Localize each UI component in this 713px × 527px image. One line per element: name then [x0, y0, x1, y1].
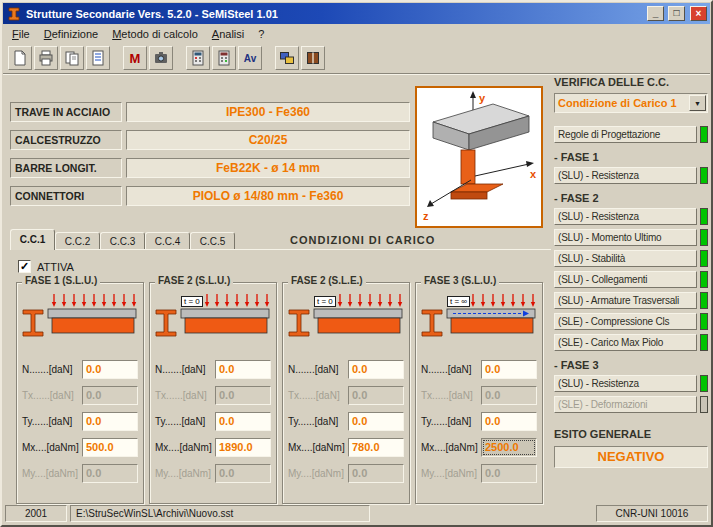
status-indicator — [700, 396, 708, 413]
field-label: Ty......[daN] — [155, 416, 205, 427]
attiva-checkbox[interactable]: ✓ — [18, 260, 31, 273]
my-input: 0.0 — [481, 464, 537, 483]
menu-metodo-di-calcolo[interactable]: Metodo di calcolo — [105, 26, 205, 42]
fase2-slu-title: FASE 2 (S.L.U.) — [155, 275, 233, 286]
verifica-item-row: (SLU) - Resistenza — [554, 375, 708, 392]
windows-icon[interactable] — [275, 46, 299, 70]
ty-input[interactable]: 0.0 — [348, 412, 404, 431]
field-label: Mx....[daNm] — [22, 442, 79, 453]
verifica-item-fase2-resistenza[interactable]: (SLU) - Resistenza — [554, 208, 697, 225]
field-label: My....[daNm] — [22, 468, 78, 479]
combo-value[interactable]: Condizione di Carico 1 — [555, 97, 689, 109]
tx-input: 0.0 — [215, 386, 271, 405]
copy-page-icon[interactable] — [60, 46, 84, 70]
verifica-title: VERIFICA DELLE C.C. — [554, 76, 708, 88]
mx-input[interactable]: 500.0 — [82, 438, 138, 457]
fase2-sle-load-diagram — [286, 293, 406, 351]
field-label: Tx......[daN] — [155, 390, 207, 401]
trave-value: IPE300 - Fe360 — [126, 102, 410, 122]
window-title: Strutture Secondarie Vers. 5.2.0 - SeMiS… — [26, 8, 643, 20]
ty-input[interactable]: 0.0 — [82, 412, 138, 431]
field-label: Ty......[daN] — [421, 416, 471, 427]
verifica-item-compressione-cls[interactable]: (SLE) - Compressione Cls — [554, 313, 697, 330]
tab-cc1[interactable]: C.C.1 — [10, 229, 55, 250]
calculator-check-icon[interactable] — [212, 46, 236, 70]
dropdown-arrow-icon[interactable]: ▼ — [689, 95, 706, 111]
menu-analisi[interactable]: Analisi — [205, 26, 251, 42]
tab-cc4[interactable]: C.C.4 — [145, 232, 190, 250]
axis-x-label: x — [530, 168, 537, 180]
field-label: Mx....[daNm] — [155, 442, 212, 453]
menu-definizione[interactable]: Definizione — [37, 26, 105, 42]
analysis-av-icon[interactable]: Av — [238, 46, 262, 70]
ty-input[interactable]: 0.0 — [481, 412, 537, 431]
field-label: N.......[daN] — [421, 364, 472, 375]
status-indicator — [700, 334, 708, 351]
n-input[interactable]: 0.0 — [348, 360, 404, 379]
materials-m-icon[interactable]: M — [123, 46, 147, 70]
mx-input[interactable]: 1890.0 — [215, 438, 271, 457]
axis-z-label: z — [423, 210, 429, 222]
time-label: t = 0 — [181, 296, 203, 307]
calculator-icon[interactable] — [186, 46, 210, 70]
field-label: My....[daNm] — [288, 468, 344, 479]
verifica-item-carico-max-piolo[interactable]: (SLE) - Carico Max Piolo — [554, 334, 697, 351]
verifica-item-fase3-resistenza[interactable]: (SLU) - Resistenza — [554, 375, 697, 392]
status-indicator — [700, 208, 708, 225]
field-label: Tx......[daN] — [288, 390, 340, 401]
new-document-icon[interactable] — [8, 46, 32, 70]
ty-input[interactable]: 0.0 — [215, 412, 271, 431]
connettori-value: PIOLO ø 14/80 mm - Fe360 — [126, 186, 410, 206]
verifica-item-stabilita[interactable]: (SLU) - Stabilità — [554, 250, 697, 267]
tab-cc2[interactable]: C.C.2 — [55, 232, 100, 250]
status-indicator — [700, 375, 708, 392]
mx-input-focused[interactable]: 2500.0 — [481, 438, 537, 457]
verifica-item-row: (SLU) - Momento Ultimo — [554, 229, 708, 246]
page-preview-icon[interactable] — [86, 46, 110, 70]
condizione-carico-combo[interactable]: Condizione di Carico 1 ▼ — [554, 93, 708, 113]
esito-generale-value: NEGATIVO — [554, 446, 708, 468]
verifica-item-row: (SLU) - Collegamenti — [554, 271, 708, 288]
status-indicator — [700, 292, 708, 309]
verifica-item-row: (SLU) - Armature Trasversali — [554, 292, 708, 309]
minimize-button-icon[interactable]: _ — [647, 6, 664, 21]
fase2-sle-title: FASE 2 (S.L.E.) — [288, 275, 366, 286]
verifica-item-row: (SLE) - Carico Max Piolo — [554, 334, 708, 351]
tab-cc5[interactable]: C.C.5 — [190, 232, 235, 250]
fase2-sle-groupbox: FASE 2 (S.L.E.) t = 0 N.......[daN]0.0 T… — [282, 282, 410, 504]
status-indicator — [700, 167, 708, 184]
attiva-row: ✓ ATTIVA — [18, 260, 74, 273]
verifica-item-row: (SLU) - Resistenza — [554, 208, 708, 225]
n-input[interactable]: 0.0 — [215, 360, 271, 379]
verifica-item-momento-ultimo[interactable]: (SLU) - Momento Ultimo — [554, 229, 697, 246]
toolbar-separator — [3, 73, 710, 75]
my-input: 0.0 — [82, 464, 138, 483]
report-icon[interactable] — [301, 46, 325, 70]
verifica-item-armature-trasversali[interactable]: (SLU) - Armature Trasversali — [554, 292, 697, 309]
status-bar: 2001 E:\StruSecWinSL\Archivi\Nuovo.sst C… — [3, 503, 710, 524]
n-input[interactable]: 0.0 — [82, 360, 138, 379]
menu-file[interactable]: File — [5, 26, 37, 42]
verifica-item-row: (SLU) - Resistenza — [554, 167, 708, 184]
verifica-item-fase1-resistenza[interactable]: (SLU) - Resistenza — [554, 167, 697, 184]
mx-input[interactable]: 780.0 — [348, 438, 404, 457]
section-figure: y x z — [415, 86, 543, 228]
maximize-button-icon[interactable]: □ — [668, 6, 685, 21]
tx-input: 0.0 — [82, 386, 138, 405]
fase1-title: FASE 1 (S.L.U.) — [22, 275, 100, 286]
verifica-item-collegamenti[interactable]: (SLU) - Collegamenti — [554, 271, 697, 288]
status-indicator — [700, 250, 708, 267]
tab-cc3[interactable]: C.C.3 — [100, 232, 145, 250]
regole-row: Regole di Progettazione — [554, 126, 708, 143]
regole-progettazione-button[interactable]: Regole di Progettazione — [554, 126, 697, 143]
fase3-load-diagram — [419, 293, 539, 351]
menu-help[interactable]: ? — [251, 26, 271, 42]
close-button-icon[interactable]: × — [690, 6, 707, 21]
status-indicator — [700, 313, 708, 330]
my-input: 0.0 — [215, 464, 271, 483]
n-input[interactable]: 0.0 — [481, 360, 537, 379]
status-year: 2001 — [5, 505, 67, 522]
field-label: Mx....[daNm] — [288, 442, 345, 453]
snapshot-icon[interactable] — [149, 46, 173, 70]
print-icon[interactable] — [34, 46, 58, 70]
